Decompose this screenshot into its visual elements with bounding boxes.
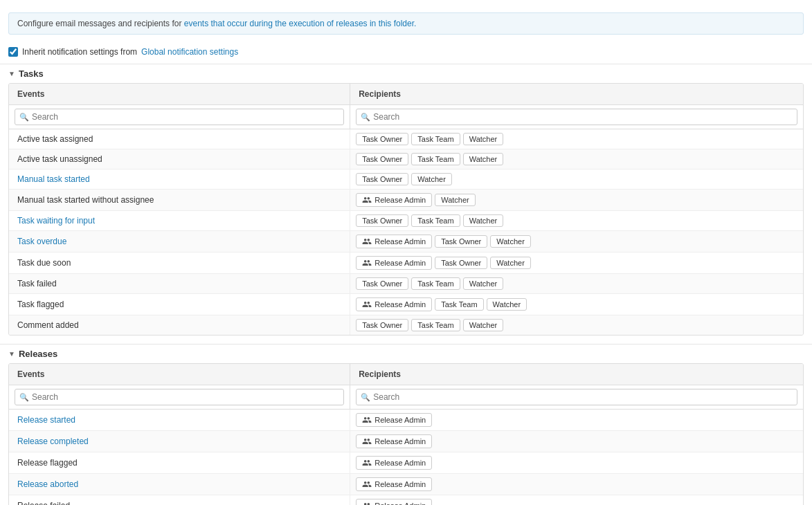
inherit-checkbox[interactable] (8, 47, 18, 57)
recipients-cell: Release Admin (350, 495, 803, 505)
releases-title: Releases (19, 349, 57, 359)
recipient-tag[interactable]: Task Owner (356, 133, 408, 145)
recipient-tag[interactable]: Task Owner (356, 173, 408, 185)
global-notification-link[interactable]: Global notification settings (141, 47, 238, 57)
event-cell[interactable]: Release aborted (9, 474, 350, 495)
recipient-tag[interactable]: Task Team (411, 319, 460, 331)
table-row: Release flaggedRelease Admin (9, 452, 803, 474)
tag-label: Release Admin (375, 300, 426, 309)
tasks-events-search-input[interactable] (15, 109, 344, 125)
event-cell: Task due soon (9, 252, 350, 273)
tag-label: Task Owner (362, 279, 402, 288)
releases-arrow-icon: ▼ (8, 350, 15, 358)
recipient-tag[interactable]: Release Admin (356, 456, 432, 470)
tasks-recipients-header: Recipients (350, 84, 803, 104)
tasks-title: Tasks (19, 68, 44, 79)
tag-label: Watcher (441, 196, 469, 204)
group-icon (362, 501, 372, 505)
group-icon (362, 258, 372, 268)
event-cell: Task flagged (9, 294, 350, 315)
releases-events-header: Events (9, 364, 350, 385)
recipient-tag[interactable]: Watcher (487, 298, 527, 311)
recipient-tag[interactable]: Watcher (463, 277, 504, 290)
recipient-tag[interactable]: Task Owner (356, 319, 408, 331)
tag-label: Task Owner (441, 259, 481, 267)
recipient-tag[interactable]: Task Team (411, 214, 460, 227)
recipient-tag[interactable]: Release Admin (356, 235, 432, 248)
tasks-events-search-wrapper: 🔍 (15, 109, 344, 125)
tag-label: Task Team (417, 217, 453, 225)
tag-label: Task Owner (362, 155, 402, 163)
tag-label: Task Owner (441, 237, 481, 246)
tasks-table: Events Recipients 🔍 🔍 Active task assign… (8, 83, 804, 336)
tag-label: Watcher (469, 135, 498, 143)
recipient-tag[interactable]: Task Owner (356, 153, 408, 165)
tasks-recipients-search-icon: 🔍 (361, 113, 370, 122)
releases-recipients-search-input[interactable] (356, 389, 797, 405)
recipient-tag[interactable]: Task Owner (356, 214, 408, 227)
recipient-tag[interactable]: Release Admin (356, 256, 432, 270)
recipient-tag[interactable]: Task Team (435, 298, 483, 311)
recipients-cell: Release AdminWatcher (350, 190, 803, 210)
recipient-tag[interactable]: Watcher (463, 133, 504, 145)
tag-label: Task Team (417, 321, 453, 329)
tasks-recipients-search-cell: 🔍 (350, 105, 803, 129)
event-cell[interactable]: Manual task started (9, 169, 350, 189)
tag-label: Task Team (441, 300, 477, 309)
recipient-tag[interactable]: Release Admin (356, 434, 432, 448)
recipient-tag[interactable]: Release Admin (356, 193, 432, 207)
releases-events-search-input[interactable] (15, 389, 344, 405)
recipient-tag[interactable]: Watcher (490, 257, 531, 269)
recipient-tag[interactable]: Task Owner (356, 277, 408, 290)
tasks-search-row: 🔍 🔍 (9, 105, 803, 129)
table-row: Active task unassignedTask OwnerTask Tea… (9, 149, 803, 169)
recipient-tag[interactable]: Watcher (463, 319, 504, 331)
recipient-tag[interactable]: Watcher (463, 214, 504, 227)
recipient-tag[interactable]: Watcher (490, 235, 531, 248)
recipient-tag[interactable]: Task Owner (435, 235, 487, 248)
recipients-cell: Release Admin (350, 452, 803, 473)
inherit-row: Inherit notification settings from Globa… (0, 40, 812, 64)
group-icon (362, 415, 372, 425)
recipient-tag[interactable]: Task Owner (435, 257, 487, 269)
inherit-label: Inherit notification settings from (22, 47, 137, 57)
releases-section-header[interactable]: ▼ Releases (0, 344, 812, 363)
event-cell: Active task assigned (9, 129, 350, 149)
releases-events-search-icon: 🔍 (19, 393, 29, 402)
recipient-tag[interactable]: Watcher (411, 173, 452, 185)
tag-label: Release Admin (375, 437, 426, 446)
event-cell[interactable]: Task waiting for input (9, 211, 350, 230)
tasks-rows: Active task assignedTask OwnerTask TeamW… (9, 129, 803, 335)
event-cell[interactable]: Task overdue (9, 231, 350, 252)
event-cell: Manual task started without assignee (9, 190, 350, 210)
info-link[interactable]: events that occur during the execution o… (184, 19, 417, 28)
recipient-tag[interactable]: Watcher (435, 194, 476, 206)
recipient-tag[interactable]: Release Admin (356, 413, 432, 427)
event-cell[interactable]: Release started (9, 410, 350, 430)
group-icon (362, 437, 372, 446)
tasks-recipients-search-wrapper: 🔍 (356, 109, 797, 125)
table-row: Task failedTask OwnerTask TeamWatcher (9, 274, 803, 294)
releases-recipients-search-cell: 🔍 (350, 385, 803, 409)
recipient-tag[interactable]: Task Team (411, 133, 460, 145)
tasks-recipients-search-input[interactable] (356, 109, 797, 125)
tasks-events-header: Events (9, 84, 350, 104)
recipient-tag[interactable]: Task Team (411, 277, 460, 290)
tag-label: Release Admin (375, 480, 426, 488)
recipient-tag[interactable]: Release Admin (356, 477, 432, 491)
tag-label: Task Team (417, 155, 453, 163)
recipient-tag[interactable]: Release Admin (356, 499, 432, 505)
table-row: Manual task startedTask OwnerWatcher (9, 169, 803, 190)
recipient-tag[interactable]: Watcher (463, 153, 504, 165)
table-row: Release abortedRelease Admin (9, 474, 803, 495)
event-cell[interactable]: Release completed (9, 431, 350, 452)
event-cell: Release flagged (9, 452, 350, 473)
event-cell: Comment added (9, 315, 350, 335)
tasks-section-header[interactable]: ▼ Tasks (0, 64, 812, 83)
tag-label: Watcher (496, 237, 525, 246)
releases-table: Events Recipients 🔍 🔍 Release startedRel… (8, 363, 804, 505)
group-icon (362, 195, 372, 205)
table-row: Release failedRelease Admin (9, 495, 803, 505)
recipient-tag[interactable]: Release Admin (356, 297, 432, 311)
recipient-tag[interactable]: Task Team (411, 153, 460, 165)
